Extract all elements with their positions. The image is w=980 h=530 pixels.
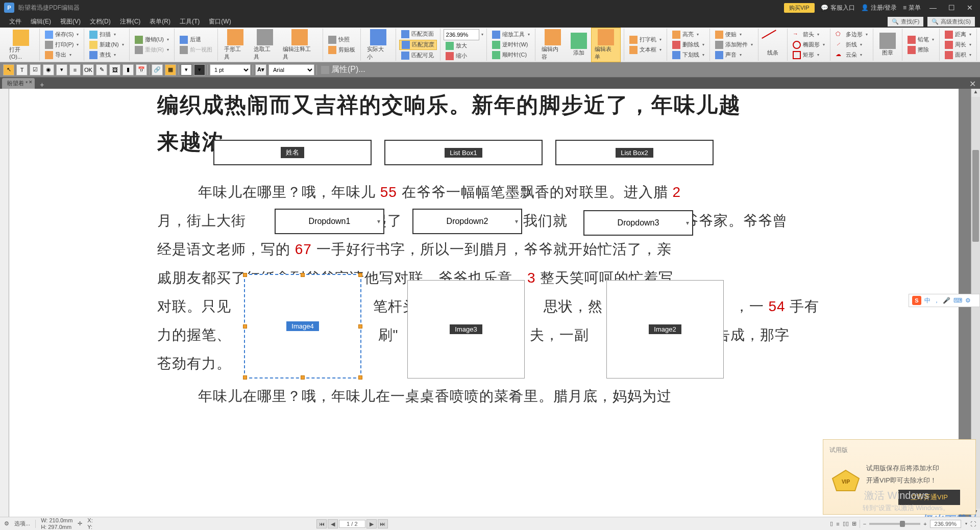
link-tool[interactable]: 🔗	[152, 64, 163, 75]
ime-settings-icon[interactable]: ⚙	[965, 297, 971, 304]
image-tool[interactable]: 🖼	[109, 64, 120, 75]
properties-button[interactable]: 属性(P)...	[319, 64, 368, 75]
zoom-in-status[interactable]: +	[923, 521, 926, 527]
gear-icon[interactable]: ⚙	[4, 520, 9, 527]
menu-tools[interactable]: 工具(T)	[176, 16, 204, 27]
form-dropdown-1[interactable]: Dropdown1	[275, 209, 384, 234]
select-tool-button[interactable]: 选取工具	[251, 28, 279, 62]
tab-document-1[interactable]: 盼望着 *✕	[2, 78, 35, 89]
zoom-input[interactable]	[444, 29, 479, 40]
hand-tool-button[interactable]: 手形工具	[221, 28, 250, 62]
snapshot-button[interactable]: 快照	[326, 35, 357, 44]
find-ribbon-button[interactable]: 查找▾	[87, 51, 126, 60]
highlight-button[interactable]: 高亮▾	[670, 30, 706, 39]
button-tool[interactable]: OK	[83, 64, 94, 75]
undo-button[interactable]: 撤销(U)▾	[133, 35, 171, 44]
barcode-tool[interactable]: ▮	[122, 64, 134, 75]
prev-page-button[interactable]: ◀	[328, 519, 338, 528]
form-listbox-1[interactable]: List Box1	[384, 140, 543, 165]
find-button[interactable]: 🔍查找(F)	[888, 17, 923, 27]
form-dropdown-3[interactable]: Dropdown3	[583, 210, 693, 236]
scroll-up-icon[interactable]: ▲	[971, 89, 980, 97]
line-width-select[interactable]: 1 pt	[210, 64, 251, 75]
fit-page-button[interactable]: 匹配页面	[399, 30, 437, 39]
back-button[interactable]: 后退	[178, 35, 214, 44]
note-button[interactable]: 便贴▾	[713, 30, 755, 39]
customer-service-button[interactable]: 💬客服入口	[821, 4, 855, 12]
list-tool[interactable]: ≡	[69, 64, 81, 75]
fit-visible-button[interactable]: 匹配可见	[399, 51, 437, 60]
typewriter-button[interactable]: 打字机▾	[627, 35, 664, 44]
tab-add-button[interactable]: +	[36, 81, 48, 89]
form-image-2[interactable]: Image2	[606, 280, 724, 378]
save-button[interactable]: 保存(S)▾	[43, 30, 81, 39]
perimeter-button[interactable]: 周长▾	[943, 40, 973, 49]
underline-button[interactable]: 下划线▾	[670, 51, 706, 60]
real-size-button[interactable]: 实际大小	[364, 28, 393, 62]
menu-file[interactable]: 文件	[5, 16, 26, 27]
form-listbox-2[interactable]: List Box2	[555, 140, 714, 165]
zoom-in-button[interactable]: 放大	[444, 41, 483, 51]
attach-button[interactable]: 添加附件▾	[713, 40, 755, 49]
pointer-tool[interactable]: ↖	[3, 64, 14, 75]
view-continuous[interactable]: ≡	[836, 521, 839, 527]
font-color[interactable]: A▾	[255, 64, 266, 75]
menu-form[interactable]: 表单(R)	[145, 16, 175, 27]
ime-mic-icon[interactable]: 🎤	[943, 297, 950, 304]
form-dropdown-2[interactable]: Dropdown2	[412, 209, 522, 234]
ime-toolbar[interactable]: S 中 ， 🎤 ⌨ ⚙	[909, 294, 980, 307]
edit-annot-tool-button[interactable]: 编辑注释工具	[280, 28, 320, 62]
radio-tool[interactable]: ◉	[43, 64, 54, 75]
highlight-fields-tool[interactable]: ▦	[165, 64, 176, 75]
polygon-button[interactable]: ⬠多边形▾	[834, 30, 870, 39]
options-button[interactable]: 选项...	[14, 520, 30, 527]
rect-button[interactable]: 矩形▾	[791, 51, 827, 60]
menu-view[interactable]: 视图(V)	[56, 16, 85, 27]
fit-width-button[interactable]: 匹配宽度	[399, 40, 437, 50]
export-button[interactable]: 导出▾	[43, 51, 81, 60]
tab-close-icon[interactable]: ✕	[29, 80, 33, 85]
polyline-button[interactable]: ⟋折线▾	[834, 40, 870, 49]
first-page-button[interactable]: ⏮	[316, 519, 327, 528]
edit-content-button[interactable]: 编辑内容	[538, 28, 567, 62]
rotate-ccw-button[interactable]: 逆时针(W)	[490, 40, 532, 49]
menu-button[interactable]: ≡菜单	[903, 4, 921, 12]
maximize-button[interactable]: ☐	[945, 4, 958, 12]
menu-comment[interactable]: 注释(C)	[116, 16, 145, 27]
textfield-tool[interactable]: T	[16, 64, 28, 75]
view-continuous-facing[interactable]: ⊞	[852, 520, 856, 527]
view-single-page[interactable]: ▯	[830, 520, 833, 527]
menu-document[interactable]: 文档(D)	[86, 16, 115, 27]
ime-keyboard-icon[interactable]: ⌨	[953, 297, 962, 304]
menu-edit[interactable]: 编辑(E)	[27, 16, 55, 27]
print-button[interactable]: 打印(P)▾	[43, 40, 81, 49]
advanced-find-button[interactable]: 🔍高级查找(S)	[927, 17, 975, 27]
form-textfield-name[interactable]: 姓名	[213, 140, 372, 165]
date-tool[interactable]: 📅	[136, 64, 147, 75]
edit-form-button[interactable]: 编辑表单	[591, 28, 621, 62]
fit-toggle[interactable]: ⛶	[970, 521, 976, 527]
stamp-button[interactable]: 图章	[876, 32, 899, 58]
clipboard-button[interactable]: 剪贴板	[326, 45, 357, 55]
fill-color[interactable]: ▾	[181, 64, 192, 75]
menu-window[interactable]: 窗口(W)	[205, 16, 235, 27]
sound-button[interactable]: 声音▾	[713, 51, 755, 60]
area-button[interactable]: 面积▾	[943, 51, 973, 60]
line-shape-button[interactable]: 线条	[762, 32, 784, 58]
redo-button[interactable]: 重做(R)▾	[133, 45, 171, 55]
zoom-value[interactable]: 236.99%	[930, 520, 961, 528]
zoom-slider[interactable]	[869, 523, 920, 525]
form-image-3[interactable]: Image3	[407, 280, 525, 378]
minimize-button[interactable]: —	[927, 4, 939, 12]
cloud-button[interactable]: ☁云朵▾	[834, 51, 870, 60]
ime-punct-icon[interactable]: ，	[934, 296, 940, 305]
eraser-button[interactable]: 擦除	[905, 45, 936, 55]
ellipse-button[interactable]: 椭圆形▾	[791, 40, 827, 49]
login-button[interactable]: 👤注册/登录	[861, 4, 897, 12]
zoom-slider-knob[interactable]	[900, 521, 905, 527]
tabstrip-close-button[interactable]: ✕	[965, 79, 980, 89]
open-button[interactable]: 打开(O)...	[6, 29, 36, 61]
distance-button[interactable]: 距离▾	[943, 30, 973, 39]
next-page-button[interactable]: ▶	[366, 519, 377, 528]
zoom-tool-button[interactable]: 缩放工具▾	[490, 30, 532, 39]
